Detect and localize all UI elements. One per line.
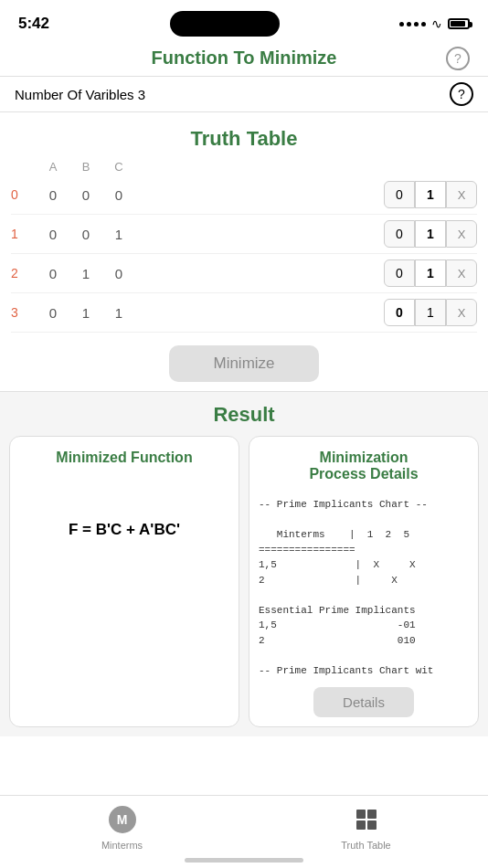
row-btn-x[interactable]: X — [446, 181, 477, 208]
row-index: 2 — [11, 266, 37, 281]
table-row: 100101X — [11, 215, 477, 254]
process-details-card: MinimizationProcess Details -- Prime Imp… — [249, 436, 479, 727]
truth-table-header: A B C — [11, 156, 477, 175]
row-value-1: 0 — [69, 227, 102, 242]
nav-item-truth-table[interactable]: Truth Table — [244, 803, 488, 851]
result-title: Result — [0, 392, 488, 436]
result-section: Result Minimized Function F = B'C + A'BC… — [0, 391, 488, 736]
row-value-2: 1 — [102, 227, 135, 242]
row-value-2: 0 — [102, 187, 135, 203]
row-btn-1[interactable]: 1 — [415, 220, 446, 248]
minimize-button[interactable]: Minimize — [169, 345, 318, 382]
row-index: 1 — [11, 227, 37, 241]
status-time: 5:42 — [18, 15, 49, 33]
row-value-1: 1 — [69, 305, 102, 321]
signal-icon — [399, 22, 426, 26]
variables-label: Number Of Varibles 3 — [15, 87, 145, 102]
row-buttons: 01X — [384, 181, 477, 208]
nav-label-minterms: Minterms — [101, 840, 143, 851]
minterms-icon: M — [109, 806, 136, 833]
row-btn-x[interactable]: X — [446, 299, 477, 326]
truth-table-nav-icon — [356, 810, 377, 830]
row-btn-1[interactable]: 1 — [415, 299, 446, 326]
row-buttons: 01X — [384, 220, 477, 248]
wifi-icon: ∿ — [431, 16, 442, 31]
col-header-c: C — [102, 160, 135, 174]
row-btn-x[interactable]: X — [446, 259, 477, 287]
row-value-0: 0 — [37, 305, 69, 321]
table-row: 301101X — [11, 293, 477, 333]
nav-label-truth-table: Truth Table — [341, 840, 390, 851]
status-icons: ∿ — [399, 16, 470, 31]
row-btn-1[interactable]: 1 — [415, 259, 446, 287]
details-button[interactable]: Details — [313, 687, 414, 717]
details-content: -- Prime Implicants Chart -- Minterms | … — [259, 497, 469, 678]
row-value-1: 0 — [69, 187, 102, 203]
row-btn-0[interactable]: 0 — [384, 220, 415, 248]
minimized-card-title: Minimized Function — [19, 450, 229, 466]
details-button-wrap: Details — [259, 687, 469, 717]
truth-table-title: Truth Table — [0, 112, 488, 156]
row-btn-x[interactable]: X — [446, 220, 477, 248]
row-value-0: 0 — [37, 187, 69, 203]
dynamic-island — [170, 11, 280, 37]
row-btn-0[interactable]: 0 — [384, 259, 415, 287]
page-title: Function To Minimize — [152, 48, 337, 69]
row-btn-1[interactable]: 1 — [415, 181, 446, 208]
variables-help-button[interactable]: ? — [450, 82, 473, 106]
result-cards: Minimized Function F = B'C + A'BC' Minim… — [0, 436, 488, 736]
minimized-formula: F = B'C + A'BC' — [19, 521, 229, 539]
header: Function To Minimize ? — [0, 40, 488, 76]
details-card-title: MinimizationProcess Details — [259, 450, 469, 482]
table-row: 201001X — [11, 254, 477, 293]
truth-table: A B C 000001X100101X201001X301101X — [0, 156, 488, 333]
col-header-a: A — [37, 160, 69, 174]
row-value-1: 1 — [69, 266, 102, 281]
row-buttons: 01X — [384, 299, 477, 326]
row-index: 0 — [11, 187, 37, 202]
header-help-button[interactable]: ? — [446, 47, 470, 70]
row-btn-0[interactable]: 0 — [384, 299, 415, 326]
status-bar: 5:42 ∿ — [0, 0, 488, 40]
home-indicator — [185, 858, 303, 863]
col-header-b: B — [69, 160, 102, 174]
battery-icon — [448, 18, 470, 29]
row-index: 3 — [11, 305, 37, 320]
variables-row: Number Of Varibles 3 ? — [0, 76, 488, 112]
row-value-0: 0 — [37, 266, 69, 281]
bottom-nav: M Minterms Truth Table — [0, 795, 488, 868]
row-btn-0[interactable]: 0 — [384, 181, 415, 208]
table-row: 000001X — [11, 175, 477, 215]
minimize-button-wrap: Minimize — [0, 333, 488, 391]
minimized-function-card: Minimized Function F = B'C + A'BC' — [9, 436, 239, 727]
nav-item-minterms[interactable]: M Minterms — [0, 803, 244, 851]
row-value-2: 1 — [102, 305, 135, 321]
row-value-2: 0 — [102, 266, 135, 281]
row-value-0: 0 — [37, 227, 69, 242]
row-buttons: 01X — [384, 259, 477, 287]
